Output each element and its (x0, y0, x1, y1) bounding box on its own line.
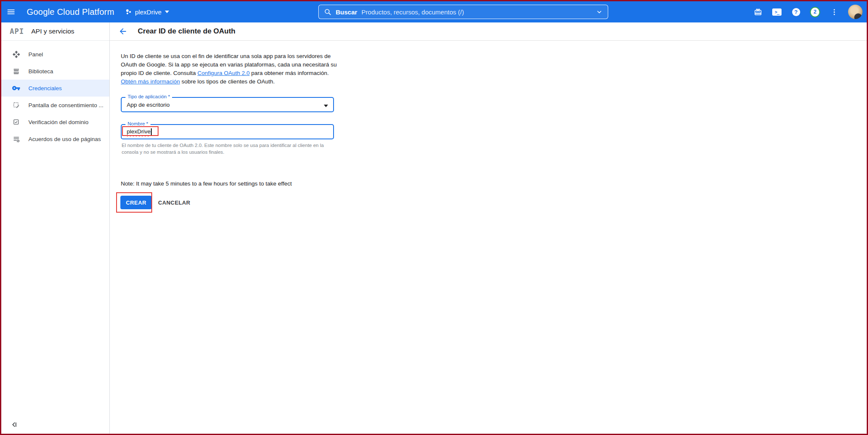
collapse-sidebar-icon[interactable] (11, 421, 18, 429)
configure-oauth-link[interactable]: Configura OAuth 2.0 (198, 70, 250, 76)
project-cluster-icon (125, 8, 132, 15)
sidebar-header: API API y servicios (1, 22, 109, 41)
main-content: Crear ID de cliente de OAuth Un ID de cl… (110, 22, 867, 434)
search-chevron-down-icon[interactable] (596, 8, 603, 15)
gift-icon[interactable] (753, 7, 763, 17)
search-placeholder: Productos, recursos, documentos (/) (362, 8, 464, 16)
cancel-button[interactable]: CANCELAR (158, 196, 190, 209)
search-icon (324, 8, 332, 16)
cloud-shell-icon[interactable]: >_ (772, 7, 782, 17)
create-button[interactable]: CREAR (120, 196, 152, 209)
name-input[interactable]: Nombre * plexDrive (121, 124, 334, 139)
application-type-value: App de escritorio (127, 102, 170, 108)
sidebar-item-verificacion[interactable]: Verificación del dominio (1, 114, 109, 130)
project-switcher[interactable]: plexDrive (125, 8, 170, 16)
project-name: plexDrive (135, 8, 162, 16)
sidebar: API API y servicios Panel (1, 22, 110, 434)
back-arrow-icon[interactable] (117, 26, 128, 37)
learn-more-link[interactable]: Obtén más información (121, 78, 180, 85)
sidebar-title: API y servicios (31, 28, 75, 35)
key-icon (12, 84, 20, 92)
menu-icon[interactable] (1, 1, 21, 22)
name-value: plexDrive (127, 128, 150, 135)
more-vertical-icon[interactable] (829, 7, 839, 17)
sidebar-nav: Panel Biblioteca Credenciales (1, 46, 109, 147)
domain-verification-icon (12, 118, 20, 126)
help-icon[interactable]: ? (791, 7, 801, 17)
avatar[interactable] (848, 5, 862, 19)
library-icon (12, 67, 20, 75)
name-helper-text: El nombre de tu cliente de OAuth 2.0. Es… (122, 142, 330, 155)
intro-text: Un ID de cliente se usa con el fin de id… (121, 52, 343, 86)
top-app-bar: Google Cloud Platform plexDrive Buscar P… (1, 1, 867, 22)
page-title: Crear ID de cliente de OAuth (138, 27, 236, 36)
search-label: Buscar (336, 8, 357, 16)
api-logo: API (10, 27, 24, 36)
page-agreements-icon (12, 135, 20, 143)
intro-text-3: sobre los tipos de clientes de OAuth. (180, 78, 275, 85)
application-type-select[interactable]: Tipo de aplicación * App de escritorio (121, 97, 334, 112)
sidebar-item-panel[interactable]: Panel (1, 46, 109, 63)
dropdown-caret-icon (324, 105, 328, 109)
screen: Google Cloud Platform plexDrive Buscar P… (0, 0, 868, 435)
sidebar-item-biblioteca[interactable]: Biblioteca (1, 63, 109, 80)
sidebar-item-acuerdos[interactable]: Acuerdos de uso de páginas (1, 130, 109, 147)
application-type-label: Tipo de aplicación * (125, 94, 172, 99)
page-header: Crear ID de cliente de OAuth (110, 22, 867, 41)
product-logo[interactable]: Google Cloud Platform (27, 7, 114, 17)
intro-text-2: para obtener más información. (250, 70, 329, 76)
pan-move-icon (12, 50, 20, 58)
search-input[interactable]: Buscar Productos, recursos, documentos (… (318, 5, 608, 19)
topbar-actions: >_ ? 2 (753, 1, 862, 22)
note-text: Note: It may take 5 minutes to a few hou… (121, 180, 292, 187)
notification-count: 2 (810, 7, 820, 17)
text-cursor (151, 128, 152, 135)
notifications-badge[interactable]: 2 (810, 7, 820, 17)
chevron-down-icon (165, 11, 169, 15)
consent-screen-icon (12, 101, 20, 109)
sidebar-item-consentimiento[interactable]: Pantalla de consentimiento ... (1, 97, 109, 114)
name-label: Nombre * (125, 121, 150, 126)
sidebar-item-credenciales[interactable]: Credenciales (1, 80, 109, 97)
